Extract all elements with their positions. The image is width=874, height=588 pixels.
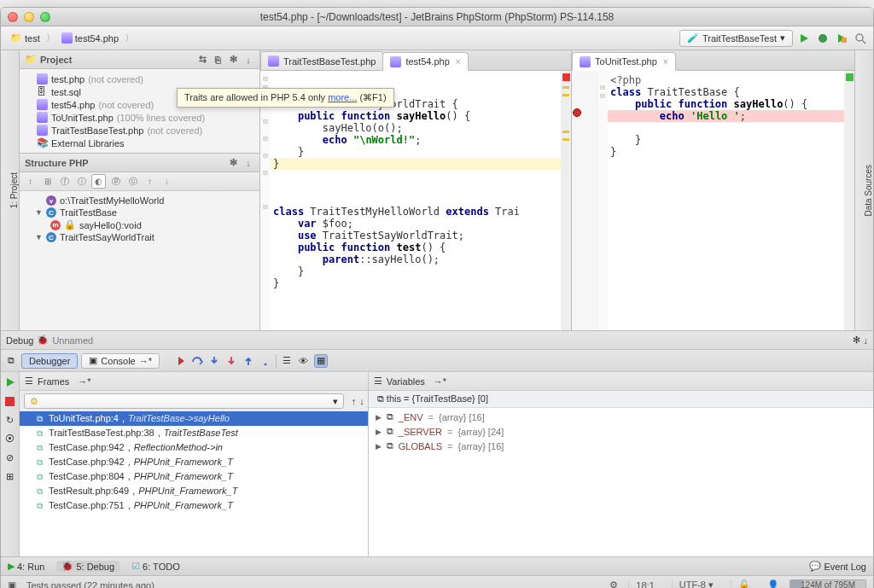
minimize-window-button[interactable]	[24, 12, 34, 22]
search-button[interactable]	[853, 31, 868, 46]
frame-row[interactable]: TestCase.php:804, PHPUnit_Framework_T	[20, 469, 368, 484]
mute-breakpoints-button[interactable]: ⊘	[3, 451, 17, 464]
editor-tab[interactable]: ToUnitTest.php×	[572, 52, 676, 71]
frame-row[interactable]: TestCase.php:751, PHPUnit_Framework_T	[20, 498, 368, 513]
frame-row[interactable]: TraitTestBaseTest.php:38, TraitTestBaseT…	[20, 426, 368, 440]
gear-icon[interactable]: ✻	[227, 157, 239, 169]
editor-tab[interactable]: test54.php×	[382, 52, 468, 71]
ok-marker-icon[interactable]	[846, 73, 854, 81]
structure-item[interactable]: ▼CTraitTestSayWorldTrait	[20, 231, 259, 243]
variable-row[interactable]: ▶⧉GLOBALS={array} [16]	[369, 439, 873, 453]
autosync-icon[interactable]: ⇆	[196, 54, 208, 66]
structure-item[interactable]: m🔒sayHello():void	[20, 218, 259, 231]
breakpoint-icon[interactable]	[573, 108, 581, 117]
hide-icon[interactable]: ↓	[242, 157, 254, 169]
coverage-button[interactable]	[834, 31, 849, 46]
structure-item[interactable]: vo:\TraitTestMyHelloWorld	[20, 195, 259, 207]
frame-row[interactable]: TestCase.php:942, ReflectionMethod->in	[20, 440, 368, 455]
next-frame-icon[interactable]: ↓	[359, 396, 364, 406]
fields-icon[interactable]: ⓕ	[57, 174, 72, 189]
warning-marker-icon[interactable]	[562, 94, 569, 96]
props-icon[interactable]: ⓟ	[108, 174, 123, 189]
force-step-into-icon[interactable]	[224, 354, 238, 368]
marker-bar[interactable]	[844, 71, 854, 330]
evaluate-icon[interactable]: ☰	[280, 354, 294, 368]
expand-all-icon[interactable]: ↓	[160, 174, 174, 189]
code-content[interactable]: Traits are allowed in PHP 5.4 only more.…	[271, 71, 561, 330]
project-tree[interactable]: test.php (not covered) test.sql test54.p…	[20, 69, 259, 153]
gear-icon[interactable]: ⚙	[609, 579, 618, 588]
frame-list[interactable]: ToUnitTest.php:4, TraitTestBase->sayHell…	[20, 411, 368, 556]
resume-icon[interactable]	[173, 354, 187, 368]
collapse-all-icon[interactable]: ↑	[143, 174, 157, 189]
gear-icon[interactable]: ✻	[227, 54, 239, 66]
editor-tab[interactable]: TraitTestBaseTest.php	[260, 51, 383, 70]
run-configuration-select[interactable]: 🧪 TraitTestBaseTest ▾	[679, 30, 793, 47]
libs-row[interactable]: External Libraries	[20, 137, 259, 149]
sort-icon[interactable]: ↕	[23, 174, 38, 189]
threads-icon[interactable]: ⧉	[4, 354, 18, 368]
methods-icon[interactable]: ◐	[91, 174, 106, 189]
frame-row[interactable]: TestResult.php:649, PHPUnit_Framework_T	[20, 484, 368, 498]
file-encoding[interactable]: UTF-8 ▾	[672, 579, 720, 588]
code-editor[interactable]: ⊟⊟ ⊟ ⊟ ⊟ ⊟ ⊟ Traits are allowed in PHP 5…	[260, 71, 571, 330]
file-row[interactable]: test.php (not covered)	[20, 73, 259, 85]
variable-row[interactable]: ▶⧉_ENV={array} [16]	[369, 410, 873, 424]
hector-icon[interactable]: 👤	[767, 579, 779, 588]
frame-row[interactable]: TestCase.php:942, PHPUnit_Framework_T	[20, 455, 368, 469]
inherited-icon[interactable]: ⓘ	[74, 174, 89, 189]
close-tab-icon[interactable]: ×	[663, 57, 668, 67]
breadcrumb-file[interactable]: test54.php	[57, 31, 123, 45]
memory-indicator[interactable]: 124M of 795M	[790, 579, 866, 589]
variables-list[interactable]: ▶⧉_ENV={array} [16] ▶⧉_SERVER={array} [2…	[369, 408, 873, 556]
step-out-icon[interactable]	[242, 354, 255, 368]
collapse-icon[interactable]: ⎘	[212, 54, 224, 66]
gear-icon[interactable]: ✻	[853, 335, 860, 346]
run-to-cursor-icon[interactable]	[259, 354, 272, 368]
structure-tree[interactable]: vo:\TraitTestMyHelloWorld ▼CTraitTestBas…	[20, 191, 259, 247]
hide-icon[interactable]: ↓	[864, 335, 869, 346]
console-tab[interactable]: ▣Console →*	[81, 353, 160, 369]
caret-position[interactable]: 18:1	[628, 580, 661, 589]
thread-select[interactable]: ▾	[24, 393, 344, 409]
warning-marker-icon[interactable]	[562, 131, 569, 133]
file-row[interactable]: ToUnitTest.php (100% lines covered)	[20, 111, 259, 124]
expand-icon[interactable]: ⊞	[40, 174, 55, 189]
code-editor[interactable]: ⊟⊟ <?php class TraitTestBase { public fu…	[572, 71, 854, 330]
inspection-tooltip[interactable]: Traits are allowed in PHP 5.4 only more.…	[271, 88, 394, 108]
lock-icon[interactable]: 🔓	[731, 579, 757, 588]
debug-button[interactable]	[815, 31, 830, 46]
close-tab-icon[interactable]: ×	[456, 57, 461, 67]
watches-icon[interactable]: 👁	[297, 354, 311, 368]
run-tab[interactable]: ▶4: Run	[8, 561, 44, 572]
fold-gutter[interactable]: ⊟⊟	[597, 71, 608, 330]
run-button[interactable]	[796, 31, 812, 46]
zoom-window-button[interactable]	[40, 12, 50, 22]
expand-icon[interactable]: ▣	[8, 579, 16, 588]
tooltip-more-link[interactable]: more...	[328, 92, 357, 102]
debugger-tab[interactable]: Debugger	[21, 353, 78, 369]
close-window-button[interactable]	[8, 12, 18, 22]
warning-marker-icon[interactable]	[562, 138, 569, 141]
rerun-button[interactable]: ↻	[3, 413, 17, 427]
resume-button[interactable]	[3, 376, 17, 389]
debug-tab[interactable]: 🐞5: Debug	[56, 561, 119, 572]
layout-icon[interactable]: ▦	[314, 354, 328, 368]
stop-button[interactable]	[3, 394, 17, 408]
fold-gutter[interactable]: ⊟⊟ ⊟ ⊟ ⊟ ⊟ ⊟	[260, 71, 271, 330]
variable-row[interactable]: ▶⧉_SERVER={array} [24]	[369, 424, 873, 439]
view-breakpoints-button[interactable]: ⦿	[3, 432, 17, 445]
line-gutter[interactable]	[572, 71, 597, 330]
step-into-icon[interactable]	[207, 354, 221, 368]
event-log-tab[interactable]: 💬Event Log	[809, 561, 866, 572]
rail-project[interactable]: 1: Project	[9, 167, 19, 213]
prev-frame-icon[interactable]: ↑	[352, 396, 357, 406]
structure-item[interactable]: ▼CTraitTestBase	[20, 207, 259, 218]
todo-tab[interactable]: ☑6: TODO	[131, 561, 180, 572]
rail-datasources[interactable]: Data Sources	[864, 160, 873, 222]
warning-marker-icon[interactable]	[562, 86, 569, 89]
error-marker-icon[interactable]	[562, 73, 570, 81]
step-over-icon[interactable]	[190, 354, 204, 368]
marker-bar[interactable]	[561, 71, 571, 330]
hide-icon[interactable]: ↓	[242, 54, 254, 66]
